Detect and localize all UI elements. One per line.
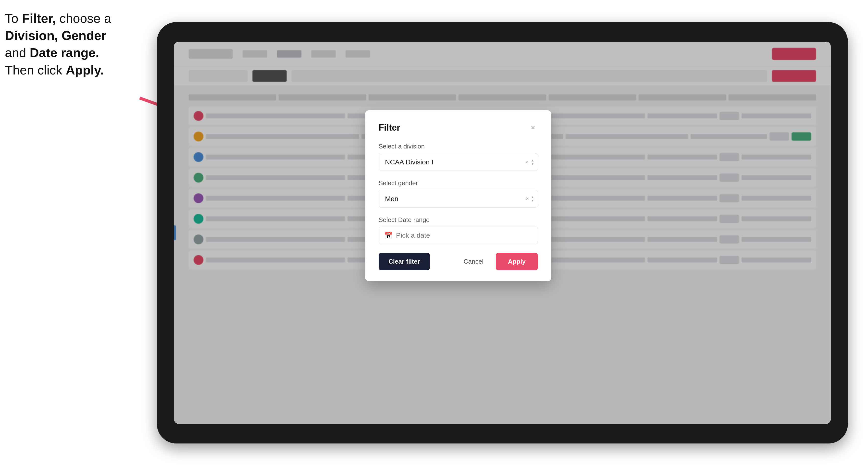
division-label: Select a division	[379, 143, 538, 150]
division-form-group: Select a division NCAA Division I NCAA D…	[379, 143, 538, 171]
tablet-device: Filter × Select a division NCAA Division…	[157, 22, 848, 443]
gender-select-wrapper: Men Women Mixed × ▲ ▼	[379, 190, 538, 208]
date-input[interactable]	[379, 227, 538, 244]
gender-select-clear-icon[interactable]: ×	[526, 195, 529, 202]
tablet-screen: Filter × Select a division NCAA Division…	[174, 42, 831, 424]
instruction-line1: To Filter, choose a	[5, 11, 111, 26]
clear-filter-button[interactable]: Clear filter	[379, 253, 430, 270]
instruction-line3: and Date range.	[5, 45, 99, 60]
modal-footer-right: Cancel Apply	[456, 253, 538, 270]
modal-footer: Clear filter Cancel Apply	[379, 253, 538, 270]
select-clear-icon[interactable]: ×	[526, 159, 529, 165]
cancel-button[interactable]: Cancel	[456, 253, 491, 270]
close-button[interactable]: ×	[528, 123, 538, 132]
gender-select[interactable]: Men Women Mixed	[379, 190, 538, 208]
date-label: Select Date range	[379, 216, 538, 224]
apply-button[interactable]: Apply	[496, 253, 538, 270]
gender-label: Select gender	[379, 179, 538, 187]
gender-form-group: Select gender Men Women Mixed × ▲ ▼	[379, 179, 538, 208]
date-form-group: Select Date range 📅	[379, 216, 538, 244]
date-input-wrapper: 📅	[379, 227, 538, 244]
modal-header: Filter ×	[379, 123, 538, 133]
instruction-line4: Then click Apply.	[5, 63, 104, 77]
filter-modal: Filter × Select a division NCAA Division…	[365, 110, 551, 281]
modal-title: Filter	[379, 123, 400, 133]
instruction-text: To Filter, choose a Division, Gender and…	[5, 10, 111, 79]
instruction-bold2: Division, Gender	[5, 28, 106, 43]
division-select-wrapper: NCAA Division I NCAA Division II NCAA Di…	[379, 153, 538, 171]
close-icon: ×	[531, 124, 535, 131]
division-select[interactable]: NCAA Division I NCAA Division II NCAA Di…	[379, 153, 538, 171]
